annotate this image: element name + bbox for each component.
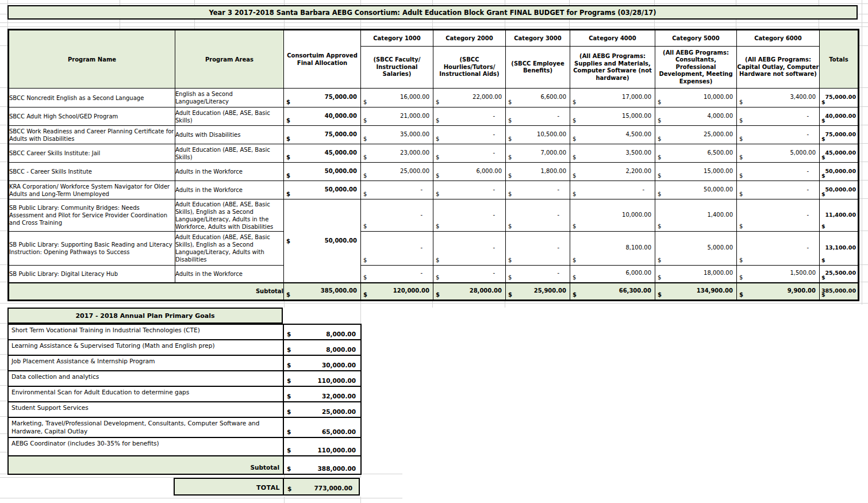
program-areas-cell[interactable]: Adults with Disabilities [175, 126, 284, 144]
program-name-cell[interactable]: SBCC Career Skills Institute: Jail [9, 144, 175, 163]
row-total-cell[interactable]: $50,000.00 [820, 181, 859, 199]
subtotal-category-4000-cell[interactable]: $66,300.00 [570, 283, 655, 301]
subheader-category-4000[interactable]: (All AEBG Programs: Supplies and Materia… [570, 47, 655, 89]
category-2000-cell[interactable]: $- [433, 199, 506, 232]
program-name-cell[interactable]: SB Public Library: Digital Literacy Hub [9, 266, 175, 283]
allocation-cell-merged[interactable]: $50,000.00 [284, 199, 361, 283]
column-header-category-1000[interactable]: Category 1000 [361, 30, 433, 47]
category-3000-cell[interactable]: $6,600.00 [506, 89, 570, 107]
program-areas-cell[interactable]: Adults in the Workforce [175, 181, 284, 199]
program-areas-cell[interactable]: Adult Education (ABE, ASE, Basic Skills) [175, 144, 284, 163]
row-total-cell[interactable]: $25,500.00 [820, 266, 859, 283]
goal-label-cell[interactable]: Short Term Vocational Training in Indust… [8, 324, 283, 340]
row-total-cell[interactable]: $75,000.00 [820, 89, 859, 107]
subheader-category-5000[interactable]: (All AEBG Programs: Consultants, Profess… [655, 47, 737, 89]
category-3000-cell[interactable]: $- [506, 266, 570, 283]
category-1000-cell[interactable]: $- [361, 232, 433, 266]
goal-amount-cell[interactable]: $8,000.00 [283, 340, 361, 355]
program-areas-cell[interactable]: English as a Second Language/Literacy [175, 89, 284, 107]
goals-subtotal-amount-cell[interactable]: $388,000.00 [283, 456, 361, 474]
category-4000-cell[interactable]: $4,500.00 [570, 126, 655, 144]
category-2000-cell[interactable]: $22,000.00 [433, 89, 506, 107]
category-2000-cell[interactable]: $- [433, 144, 506, 163]
category-4000-cell[interactable]: $15,000.00 [570, 107, 655, 126]
program-areas-cell[interactable]: Adult Education (ABE, ASE, Basic Skills) [175, 107, 284, 126]
category-2000-cell[interactable]: $- [433, 181, 506, 199]
category-3000-cell[interactable]: $- [506, 199, 570, 232]
category-5000-cell[interactable]: $10,000.00 [655, 89, 737, 107]
column-header-category-3000[interactable]: Category 3000 [506, 30, 570, 47]
category-1000-cell[interactable]: $23,000.00 [361, 144, 433, 163]
category-6000-cell[interactable]: $5,000.00 [737, 144, 820, 163]
goal-amount-cell[interactable]: $30,000.00 [283, 355, 361, 371]
category-5000-cell[interactable]: $50,000.00 [655, 181, 737, 199]
program-name-cell[interactable]: SBCC Work Readiness and Career Planning … [9, 126, 175, 144]
subheader-category-3000[interactable]: (SBCC Employee Benefits) [506, 47, 570, 89]
subtotal-category-1000-cell[interactable]: $120,000.00 [361, 283, 433, 301]
column-header-category-2000[interactable]: Category 2000 [433, 30, 506, 47]
category-3000-cell[interactable]: $- [506, 107, 570, 126]
program-name-cell[interactable]: SBCC Noncredit English as a Second Langu… [9, 89, 175, 107]
goal-label-cell[interactable]: Data collection and analytics [8, 371, 283, 386]
category-5000-cell[interactable]: $15,000.00 [655, 163, 737, 181]
category-6000-cell[interactable]: $- [737, 163, 820, 181]
category-6000-cell[interactable]: $- [737, 126, 820, 144]
subtotal-allocation-cell[interactable]: $385,000.00 [284, 283, 361, 301]
allocation-cell[interactable]: $45,000.00 [284, 144, 361, 163]
program-name-cell[interactable]: SBCC Adult High School/GED Program [9, 107, 175, 126]
category-6000-cell[interactable]: $1,500.00 [737, 266, 820, 283]
category-6000-cell[interactable]: $- [737, 107, 820, 126]
subtotal-category-6000-cell[interactable]: $9,900.00 [737, 283, 820, 301]
subtotal-category-2000-cell[interactable]: $28,000.00 [433, 283, 506, 301]
allocation-cell[interactable]: $50,000.00 [284, 181, 361, 199]
subheader-category-2000[interactable]: (SBCC Hourlies/Tutors/ Instructional Aid… [433, 47, 506, 89]
row-total-cell[interactable]: $50,000.00 [820, 163, 859, 181]
category-4000-cell[interactable]: $8,100.00 [570, 232, 655, 266]
category-4000-cell[interactable]: $10,000.00 [570, 199, 655, 232]
category-3000-cell[interactable]: $- [506, 232, 570, 266]
category-4000-cell[interactable]: $17,000.00 [570, 89, 655, 107]
category-5000-cell[interactable]: $6,500.00 [655, 144, 737, 163]
goals-subtotal-label[interactable]: Subtotal [8, 456, 283, 474]
allocation-cell[interactable]: $75,000.00 [284, 126, 361, 144]
row-total-cell[interactable]: $11,400.00 [820, 199, 859, 232]
subheader-category-1000[interactable]: (SBCC Faculty/ Instructional Salaries) [361, 47, 433, 89]
category-4000-cell[interactable]: $- [570, 181, 655, 199]
goal-amount-cell[interactable]: $110,000.00 [283, 437, 361, 456]
category-3000-cell[interactable]: $- [506, 181, 570, 199]
goal-amount-cell[interactable]: $8,000.00 [283, 324, 361, 340]
category-4000-cell[interactable]: $3,500.00 [570, 144, 655, 163]
category-5000-cell[interactable]: $5,000.00 [655, 232, 737, 266]
category-5000-cell[interactable]: $25,000.00 [655, 126, 737, 144]
row-total-cell[interactable]: $40,000.00 [820, 107, 859, 126]
category-1000-cell[interactable]: $- [361, 181, 433, 199]
grand-total-label[interactable]: TOTAL [174, 478, 283, 495]
category-3000-cell[interactable]: $1,800.00 [506, 163, 570, 181]
category-1000-cell[interactable]: $35,000.00 [361, 126, 433, 144]
goal-label-cell[interactable]: Learning Assistance & Supervised Tutorin… [8, 340, 283, 355]
category-2000-cell[interactable]: $- [433, 266, 506, 283]
goal-label-cell[interactable]: Student Support Services [8, 402, 283, 417]
category-2000-cell[interactable]: $6,000.00 [433, 163, 506, 181]
allocation-cell[interactable]: $50,000.00 [284, 163, 361, 181]
category-1000-cell[interactable]: $- [361, 266, 433, 283]
program-areas-cell[interactable]: Adults in the Workforce [175, 163, 284, 181]
program-areas-cell[interactable]: Adult Education (ABE, ASE, Basic Skills)… [175, 232, 284, 266]
column-header-program-name[interactable]: Program Name [9, 30, 175, 89]
category-2000-cell[interactable]: $- [433, 126, 506, 144]
allocation-cell[interactable]: $75,000.00 [284, 89, 361, 107]
program-name-cell[interactable]: SB Public Library: Community Bridges: Ne… [9, 199, 175, 232]
subtotal-category-3000-cell[interactable]: $25,900.00 [506, 283, 570, 301]
category-6000-cell[interactable]: $3,400.00 [737, 89, 820, 107]
category-2000-cell[interactable]: $- [433, 107, 506, 126]
column-header-totals[interactable]: Totals [820, 30, 859, 89]
goal-amount-cell[interactable]: $110,000.00 [283, 371, 361, 386]
grand-total-amount-cell[interactable]: $773,000.00 [283, 478, 359, 495]
column-header-category-4000[interactable]: Category 4000 [570, 30, 655, 47]
category-6000-cell[interactable]: $- [737, 181, 820, 199]
program-name-cell[interactable]: KRA Corporation/ Workforce System Naviga… [9, 181, 175, 199]
category-6000-cell[interactable]: $- [737, 199, 820, 232]
program-name-cell[interactable]: SB Public Library: Supporting Basic Read… [9, 232, 175, 266]
row-total-cell[interactable]: $75,000.00 [820, 126, 859, 144]
category-3000-cell[interactable]: $10,500.00 [506, 126, 570, 144]
